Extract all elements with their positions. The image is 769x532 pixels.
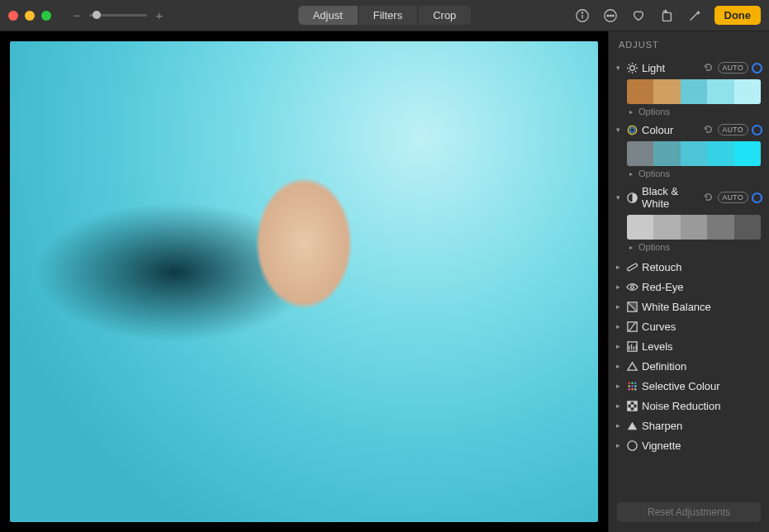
main-area: Adjust ▾LightAUTO▸Options▾ColourAUTO▸Opt… <box>0 31 769 532</box>
dots-grid-icon <box>625 379 638 392</box>
tab-crop[interactable]: Crop <box>417 6 471 25</box>
photo-preview <box>10 41 598 522</box>
enabled-toggle[interactable] <box>752 125 762 135</box>
svg-point-9 <box>628 126 636 134</box>
more-icon[interactable] <box>602 7 619 24</box>
close-window-button[interactable] <box>8 11 18 21</box>
window-controls <box>8 11 51 21</box>
adjustment-label: White Balance <box>642 301 762 313</box>
rotate-icon[interactable] <box>658 7 675 24</box>
zoom-slider[interactable] <box>89 14 147 17</box>
titlebar: − + Adjust Filters Crop Done <box>0 0 769 31</box>
chevron-right-icon: ▸ <box>627 108 635 116</box>
adjustment-label: Sharpen <box>642 420 762 432</box>
minimize-window-button[interactable] <box>25 11 35 21</box>
reset-icon[interactable] <box>703 124 714 135</box>
adjustment-label: Colour <box>642 124 700 136</box>
chevron-right-icon: ▸ <box>614 382 622 390</box>
svg-point-19 <box>634 382 636 383</box>
adjustment-label: Vignette <box>642 439 762 452</box>
adjustment-sharpen[interactable]: ▸Sharpen <box>609 416 769 435</box>
adjustment-selcol[interactable]: ▸Selective Colour <box>609 376 769 396</box>
ring-hue-icon <box>625 123 638 136</box>
zoom-slider-group: − + <box>71 10 165 21</box>
zoom-slider-thumb[interactable] <box>93 11 101 19</box>
tab-adjust[interactable]: Adjust <box>298 6 358 25</box>
svg-point-20 <box>628 385 629 387</box>
preset-strip-light[interactable] <box>627 79 761 104</box>
svg-point-23 <box>628 388 629 390</box>
favorite-icon[interactable] <box>630 7 647 24</box>
svg-point-24 <box>631 388 633 390</box>
adjustment-definition[interactable]: ▸Definition <box>609 356 769 376</box>
reset-adjustments-button[interactable]: Reset Adjustments <box>617 502 761 522</box>
svg-point-6 <box>612 15 614 17</box>
adjustment-label: Noise Reduction <box>642 400 762 412</box>
chevron-right-icon: ▸ <box>614 263 622 271</box>
bandage-icon <box>625 260 638 273</box>
tab-filters[interactable]: Filters <box>358 6 417 25</box>
svg-rect-30 <box>627 407 630 411</box>
preset-strip-bw[interactable] <box>627 215 761 240</box>
chevron-right-icon: ▸ <box>614 302 622 311</box>
auto-button[interactable]: AUTO <box>718 62 748 74</box>
svg-rect-28 <box>634 401 637 404</box>
chevron-right-icon: ▸ <box>614 421 622 430</box>
chevron-right-icon: ▸ <box>627 170 635 178</box>
reset-icon[interactable] <box>703 62 714 74</box>
options-row-colour[interactable]: ▸Options <box>609 168 769 182</box>
info-icon[interactable] <box>574 7 591 24</box>
options-row-light[interactable]: ▸Options <box>609 106 769 120</box>
svg-rect-29 <box>630 404 634 407</box>
chevron-down-icon: ▾ <box>614 64 622 72</box>
chevron-right-icon: ▸ <box>614 322 622 330</box>
sun-icon <box>625 61 638 74</box>
options-label: Options <box>638 107 670 116</box>
svg-point-13 <box>630 285 634 288</box>
chevron-right-icon: ▸ <box>614 401 622 410</box>
photo-canvas[interactable] <box>0 31 608 532</box>
preset-strip-colour[interactable] <box>627 141 761 166</box>
adjustment-label: Red-Eye <box>642 281 762 293</box>
auto-button[interactable]: AUTO <box>718 192 748 203</box>
svg-point-8 <box>629 65 634 70</box>
adjustment-curves[interactable]: ▸Curves <box>609 316 769 336</box>
adjustment-redeye[interactable]: ▸Red-Eye <box>609 277 769 297</box>
svg-point-2 <box>581 12 582 12</box>
adjustment-colour[interactable]: ▾ColourAUTO <box>609 120 769 140</box>
fullscreen-window-button[interactable] <box>41 11 51 21</box>
adjustment-wb[interactable]: ▸White Balance <box>609 297 769 316</box>
svg-point-18 <box>631 382 633 383</box>
chevron-down-icon: ▾ <box>614 193 622 202</box>
toolbar-right: Done <box>574 6 762 25</box>
options-row-bw[interactable]: ▸Options <box>609 241 769 255</box>
adjustment-noise[interactable]: ▸Noise Reduction <box>609 396 769 416</box>
square-split-icon <box>625 300 638 313</box>
adjustment-vignette[interactable]: ▸Vignette <box>609 435 769 455</box>
svg-point-21 <box>631 385 633 387</box>
enabled-toggle[interactable] <box>752 192 762 203</box>
auto-enhance-icon[interactable] <box>686 7 703 24</box>
svg-point-4 <box>606 15 608 17</box>
adjustment-bw[interactable]: ▾Black & WhiteAUTO <box>609 182 769 213</box>
svg-point-25 <box>634 388 636 390</box>
auto-button[interactable]: AUTO <box>718 124 748 135</box>
chevron-right-icon: ▸ <box>614 441 622 449</box>
adjustment-light[interactable]: ▾LightAUTO <box>609 58 769 78</box>
svg-rect-27 <box>627 401 630 404</box>
svg-point-17 <box>628 382 629 383</box>
chevron-right-icon: ▸ <box>614 362 622 370</box>
zoom-out-button[interactable]: − <box>71 10 83 21</box>
adjustment-levels[interactable]: ▸Levels <box>609 336 769 356</box>
adjustment-label: Selective Colour <box>642 380 762 392</box>
svg-point-32 <box>627 440 636 449</box>
options-label: Options <box>638 169 670 178</box>
done-button[interactable]: Done <box>714 6 762 25</box>
adjustment-retouch[interactable]: ▸Retouch <box>609 257 769 277</box>
chevron-right-icon: ▸ <box>614 342 622 350</box>
adjustment-label: Levels <box>642 340 762 353</box>
enabled-toggle[interactable] <box>752 63 762 74</box>
zoom-in-button[interactable]: + <box>154 10 165 21</box>
svg-rect-7 <box>662 12 671 21</box>
reset-icon[interactable] <box>703 192 714 203</box>
